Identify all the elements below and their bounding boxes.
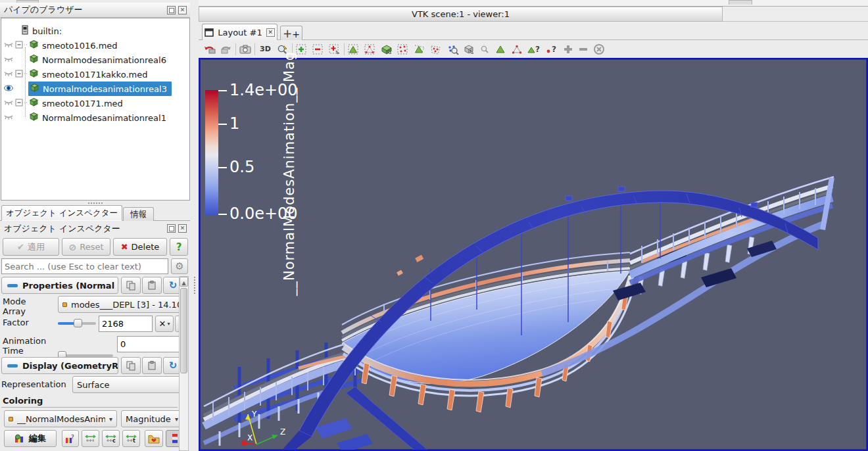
vertical-splitter[interactable] <box>190 0 199 451</box>
copy-display-button[interactable] <box>121 357 141 374</box>
visibility-closed-eye-icon[interactable] <box>3 40 15 51</box>
med-dataset-icon <box>28 39 39 52</box>
tab-object-inspector[interactable]: オブジェクト インスペクター <box>1 205 122 221</box>
paste-properties-button[interactable] <box>142 277 162 294</box>
pipeline-item-row-selected[interactable]: Normalmodesanimationreal3 <box>1 82 189 96</box>
select-points-on-icon[interactable] <box>363 43 377 56</box>
mode-array-label: Mode Array <box>3 297 26 316</box>
pipeline-item-row[interactable]: Normalmodesanimationreal6 <box>1 53 189 67</box>
float-dock-icon[interactable] <box>167 6 176 14</box>
reload-properties-button[interactable] <box>163 277 179 294</box>
selection-subtract-icon[interactable] <box>311 43 326 56</box>
select-cells-polygon-icon[interactable] <box>412 43 427 56</box>
properties-section-header[interactable]: Properties (Normal <box>1 277 118 294</box>
edit-color-map-button[interactable]: 編集 <box>4 430 57 447</box>
pipeline-item-builtin[interactable]: builtin: <box>1 24 189 38</box>
animation-time-label: Animation Time <box>3 336 46 356</box>
copy-properties-button[interactable] <box>121 277 141 294</box>
display-section-header[interactable]: Display (GeometryR <box>1 357 118 374</box>
visibility-closed-eye-icon[interactable] <box>3 55 15 66</box>
tab-information[interactable]: 情報 <box>123 207 154 221</box>
representation-combo[interactable]: Surface <box>72 376 179 393</box>
hover-points-icon[interactable] <box>478 43 491 56</box>
tree-expander[interactable] <box>15 99 28 108</box>
camera-redo-icon[interactable] <box>219 43 233 56</box>
select-cell-vertices-icon[interactable] <box>510 43 524 56</box>
tree-expander[interactable] <box>15 70 28 80</box>
toggle-3d-icon[interactable]: 3D <box>257 44 274 54</box>
rescale-temporal-range-button[interactable]: t <box>122 430 140 447</box>
object-inspector-title: オブジェクト インスペクター <box>4 223 120 235</box>
rescale-visible-range-button[interactable]: c <box>102 430 120 447</box>
visibility-closed-eye-icon[interactable] <box>3 112 15 124</box>
visibility-closed-eye-icon[interactable] <box>3 69 15 80</box>
med-dataset-icon <box>28 68 39 81</box>
close-tab-icon[interactable]: ✕ <box>266 28 275 37</box>
med-dataset-icon <box>28 111 39 124</box>
delete-button[interactable]: Delete <box>113 238 167 256</box>
scrollbar-thumb[interactable] <box>180 288 187 373</box>
properties-scrollbar[interactable] <box>179 276 189 451</box>
query-cells-icon[interactable]: ? <box>526 43 542 56</box>
pipeline-item-label: smeoto10171.med <box>39 98 126 109</box>
left-panel: パイプのブラウザー builtin: <box>0 0 199 451</box>
vtk-scene-titlebar[interactable]: VTK scene:1 - viewer:1 <box>199 7 723 22</box>
select-points-polygon-icon[interactable] <box>429 43 443 56</box>
capture-screenshot-icon[interactable] <box>238 43 253 56</box>
color-scalar-bar[interactable]: 1.4e+00 1 0.5 0.0e+00 __NormalModesAnima… <box>200 59 358 450</box>
color-array-combo[interactable]: __NormalModesAnim ▾ <box>4 410 117 427</box>
factor-input[interactable] <box>99 316 153 332</box>
select-cells-on-icon[interactable] <box>347 43 361 56</box>
paste-display-button[interactable] <box>142 357 162 374</box>
render-viewport[interactable]: X Y Z 1.4e+00 1 0.5 0.0e+00 __NormalMode… <box>199 58 868 451</box>
factor-label: Factor <box>3 318 29 327</box>
layout-window-icon <box>205 28 214 37</box>
tab-layout-1[interactable]: Layout #1 ✕ <box>202 24 277 40</box>
tab-new-layout[interactable]: + <box>280 26 302 40</box>
color-legend-icon <box>172 433 178 444</box>
choose-preset-button[interactable] <box>145 430 163 447</box>
close-dock-icon[interactable] <box>178 6 187 14</box>
camera-undo-icon[interactable] <box>203 43 217 56</box>
rescale-custom-range-button[interactable] <box>82 430 99 447</box>
pipeline-item-row[interactable]: smeoto10171kakko.med <box>1 67 189 82</box>
show-color-legend-toggle[interactable] <box>166 430 179 447</box>
help-button[interactable] <box>170 238 188 256</box>
selection-modify-icon[interactable] <box>327 43 342 56</box>
svg-text:c: c <box>112 438 116 443</box>
select-cells-through-icon[interactable] <box>379 43 394 56</box>
search-options-button[interactable] <box>171 258 188 274</box>
paste-icon <box>147 360 157 371</box>
reset-button[interactable]: Reset <box>62 238 110 256</box>
clear-selection-icon[interactable] <box>592 43 606 56</box>
close-dock-icon[interactable] <box>178 224 187 233</box>
select-block-icon[interactable] <box>462 43 476 56</box>
visibility-closed-eye-icon[interactable] <box>3 98 15 109</box>
component-combo[interactable]: Magnitude ▾ <box>121 410 179 427</box>
mode-array-combo[interactable]: modes___DEPL [3] - 14.10 <box>58 296 179 313</box>
visibility-open-eye-icon[interactable] <box>3 83 15 95</box>
float-dock-icon[interactable] <box>167 224 176 233</box>
factor-slider-handle[interactable] <box>74 319 82 327</box>
search-input[interactable] <box>1 258 168 274</box>
grow-selection-icon[interactable] <box>562 43 575 56</box>
pipeline-item-row[interactable]: smeoto1016.med <box>1 38 189 53</box>
rescale-data-range-button[interactable]: ? <box>62 430 79 447</box>
apply-button[interactable]: 適用 <box>3 238 59 256</box>
scroll-up-button[interactable] <box>180 277 188 287</box>
reload-display-button[interactable] <box>163 357 179 374</box>
factor-slider[interactable] <box>58 317 96 329</box>
animation-time-input[interactable] <box>117 336 179 352</box>
section-dash-icon <box>7 284 18 287</box>
shrink-selection-icon[interactable] <box>577 43 590 56</box>
pipeline-item-row[interactable]: smeoto10171.med <box>1 96 189 110</box>
hover-cells-icon[interactable] <box>493 43 508 56</box>
svg-text:?: ? <box>552 45 556 54</box>
pipeline-item-row[interactable]: Normalmodesanimationreal1 <box>1 110 189 125</box>
query-points-icon[interactable]: ? <box>544 43 560 56</box>
factor-clear-button[interactable]: ✕▾ <box>155 316 174 332</box>
select-points-through-icon[interactable] <box>396 43 410 56</box>
tree-expander[interactable] <box>15 41 28 51</box>
horizontal-splitter[interactable] <box>0 201 191 205</box>
interactive-select-cells-icon[interactable] <box>445 43 460 56</box>
